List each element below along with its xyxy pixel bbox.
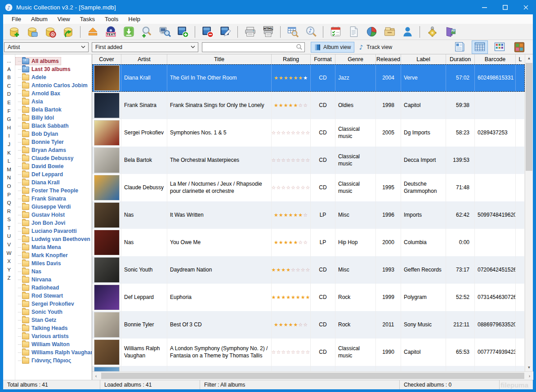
loan-manager-icon[interactable] (383, 26, 396, 38)
search-albums-icon[interactable] (286, 26, 299, 38)
restore-database-icon[interactable] (62, 26, 74, 38)
alphabet-letter[interactable]: W (7, 249, 12, 258)
alphabet-letter[interactable]: B (7, 73, 11, 82)
tree-item[interactable]: Bryan Adams (15, 146, 68, 154)
album-row[interactable]: Def Leppard Euphoria ★★★★★★★★ CD Rock 19… (92, 284, 525, 311)
menu-item[interactable]: File (7, 15, 26, 23)
menu-item[interactable]: Help (123, 15, 145, 23)
column-header-title[interactable]: Title (167, 54, 272, 64)
tree-item[interactable]: Adele (15, 73, 49, 81)
menu-item[interactable]: Tools (100, 15, 123, 23)
column-header-rating[interactable]: Rating (272, 54, 311, 64)
task-manager-icon[interactable] (329, 26, 342, 38)
alphabet-letter[interactable]: A (7, 65, 11, 74)
alphabet-letter[interactable]: E (7, 98, 11, 107)
vertical-scrollbar[interactable]: ▲ ▼ (525, 54, 533, 371)
users-icon[interactable] (401, 26, 414, 38)
alphabet-letter[interactable]: N (7, 174, 11, 182)
tree-item[interactable]: William Walton (15, 340, 72, 348)
tree-item[interactable]: Black Sabbath (15, 122, 71, 130)
tree-item[interactable]: Talking Heads (15, 324, 70, 332)
tree-item[interactable]: Various artists (15, 332, 71, 340)
column-header-released[interactable]: Released (376, 54, 401, 64)
tree-item[interactable]: Γιάννης Πάριος (15, 356, 73, 365)
column-header-label[interactable]: Label (401, 54, 446, 64)
column-header-cover[interactable]: Cover (92, 54, 121, 64)
album-row[interactable]: Claude Debussy La Mer / Nocturnes / Jeux… (92, 174, 525, 201)
alphabet-letter[interactable]: O (7, 182, 11, 191)
maximize-button[interactable] (495, 0, 515, 14)
tree-item[interactable]: Stan Getz (15, 316, 58, 324)
album-row[interactable]: Frank Sinatra Frank Sinatra Sings for On… (92, 92, 525, 119)
tree-item[interactable]: Antonio Carlos Jobim (15, 81, 90, 89)
search-computer-icon[interactable] (158, 26, 171, 38)
cd-text-icon[interactable]: TEXT (104, 26, 117, 38)
track-view-toggle[interactable]: ♪ Track view (354, 42, 396, 53)
album-details-view-icon[interactable] (472, 40, 488, 54)
album-row[interactable]: Sergei Prokofiev Symphonies Nos. 1 & 5 ☆… (92, 119, 525, 147)
alphabet-letter[interactable]: P (7, 191, 11, 199)
search-input[interactable] (202, 43, 296, 51)
sort-by-dropdown[interactable]: First added (92, 42, 198, 52)
scroll-down-arrow[interactable]: ▼ (525, 364, 533, 371)
alphabet-letter[interactable]: G (7, 115, 11, 124)
tree-item[interactable]: Diana Krall (15, 178, 62, 187)
menu-item[interactable]: Album (26, 15, 53, 23)
vertical-scroll-thumb[interactable] (526, 63, 532, 171)
tree-item[interactable]: Def Leppard (15, 170, 65, 178)
album-row[interactable]: Bela Bartok The Orchestral Masterpieces … (92, 147, 525, 174)
tree-item[interactable]: Last 30 albums (15, 65, 73, 73)
search-add-icon[interactable] (140, 26, 153, 38)
alphabet-letter[interactable]: K (7, 149, 11, 157)
tree-item[interactable]: Bob Dylan (15, 130, 60, 138)
column-header-artist[interactable]: Artist (121, 54, 167, 64)
menu-item[interactable]: View (53, 15, 75, 23)
new-database-icon[interactable] (8, 26, 20, 38)
album-row[interactable]: Williams Ralph Vaughan A London Symphony… (92, 339, 525, 366)
tree-item[interactable]: Mark Knopfler (15, 251, 70, 259)
horizontal-scrollbar[interactable]: ‹ › (92, 371, 533, 380)
tree-item[interactable]: Williams Ralph Vaughan (15, 348, 92, 356)
backup-database-icon[interactable] (44, 26, 56, 38)
alphabet-letter[interactable]: U (7, 232, 11, 241)
eject-disc-icon[interactable] (86, 26, 99, 38)
minimize-button[interactable] (474, 0, 495, 14)
alphabet-letter[interactable]: S (7, 215, 11, 224)
alphabet-letter[interactable]: D (7, 90, 11, 98)
tree-item[interactable]: Giuseppe Verdi (15, 203, 73, 211)
print-icon[interactable] (244, 26, 256, 38)
search-tracks-icon[interactable]: ♪ (304, 26, 317, 38)
album-list-view-icon[interactable] (452, 40, 468, 54)
alphabet-letter[interactable]: T (7, 224, 10, 232)
album-row[interactable]: Sonic Youth Daydream Nation ★★★★☆☆☆☆ CD … (92, 256, 525, 284)
tree-item[interactable]: Claude Debussy (15, 154, 76, 162)
tree-item[interactable]: Luciano Pavarotti (15, 227, 79, 235)
tree-item[interactable]: Miles Davis (15, 259, 63, 267)
tree-item[interactable]: All albums (15, 57, 61, 65)
tree-item[interactable]: Maria Mena (15, 243, 63, 251)
horizontal-scroll-thumb[interactable] (101, 373, 524, 379)
album-row[interactable]: Nas It Was Written ★★★★★★☆ LP Misc 1996 … (92, 201, 525, 229)
tree-item[interactable]: Sonic Youth (15, 308, 65, 316)
group-by-dropdown[interactable]: Artist (4, 42, 89, 52)
alphabet-letter[interactable]: R (7, 207, 11, 216)
column-header-format[interactable]: Format (311, 54, 335, 64)
alphabet-letter[interactable]: C (7, 82, 11, 90)
alphabet-letter[interactable]: Q (7, 199, 11, 207)
album-shelf-view-icon[interactable] (511, 40, 527, 54)
edit-album-icon[interactable] (219, 26, 232, 38)
album-row[interactable]: Bonnie Tyler Best Of 3 CD ★★★★★☆☆ CD Roc… (92, 311, 525, 339)
alphabet-letter[interactable]: M (7, 165, 11, 174)
remove-album-icon[interactable] (201, 26, 214, 38)
alphabet-letter[interactable]: L (8, 157, 10, 165)
column-header-barcode[interactable]: Barcode (475, 54, 516, 64)
tree-item[interactable]: Gustav Holst (15, 211, 67, 219)
alphabet-letter[interactable]: ... (7, 57, 11, 65)
alphabet-letter[interactable]: H (7, 124, 11, 132)
tree-item[interactable]: Foster The People (15, 187, 80, 195)
album-row[interactable]: Diana Krall The Girl In The Other Room ★… (92, 64, 525, 92)
exit-icon[interactable] (444, 26, 456, 38)
tree-item[interactable]: Nirvana (15, 276, 54, 284)
open-database-icon[interactable] (26, 26, 38, 38)
print-html-icon[interactable]: HTML (262, 26, 274, 38)
